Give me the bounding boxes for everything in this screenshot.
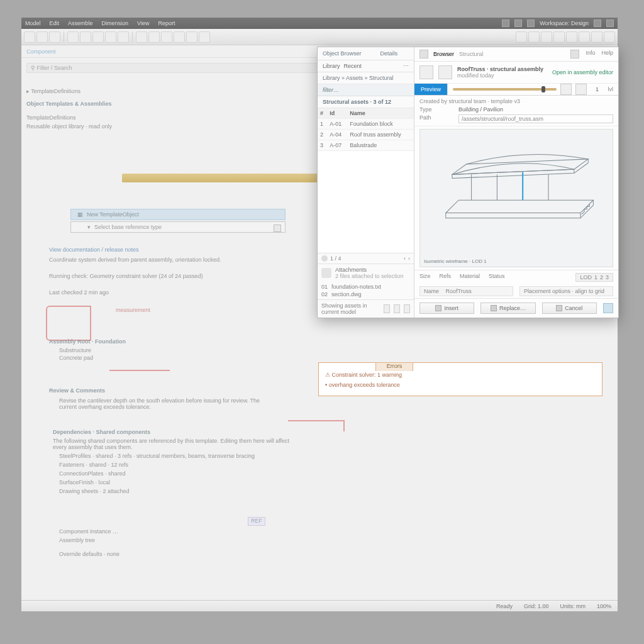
right-help-link[interactable]: Help	[601, 50, 613, 58]
ribbon-component[interactable]: Component	[26, 48, 56, 55]
attachment-row[interactable]: 02 section.dwg	[321, 291, 410, 298]
tool-open-icon[interactable]	[36, 31, 48, 43]
seg-1[interactable]: 1	[594, 274, 597, 280]
lod-slider[interactable]	[453, 88, 556, 91]
left-tab-recent[interactable]: Recent	[344, 63, 362, 69]
cell-v: RoofTruss	[446, 288, 472, 294]
tool-select-icon[interactable]	[136, 31, 147, 43]
tool-paste-icon[interactable]	[118, 31, 129, 43]
attach-id: 02	[321, 291, 328, 297]
table-row[interactable]: 2 A-04 Roof truss assembly	[318, 130, 414, 140]
btn-label: Replace…	[499, 305, 526, 311]
col-id[interactable]: Id	[327, 108, 347, 119]
dep-3[interactable]: ConnectionPlates · shared	[59, 470, 126, 477]
svg-marker-0	[446, 200, 594, 213]
doc-para1: Coordinate system derived from parent as…	[49, 257, 221, 263]
bot-1[interactable]: Component instance …	[59, 528, 118, 535]
tool-more-icon[interactable]	[604, 31, 615, 43]
cell: Foundation block	[347, 119, 414, 130]
pager-next-icon[interactable]: ›	[408, 255, 410, 262]
tool-cut-icon[interactable]	[92, 31, 104, 43]
tool-rotate-icon[interactable]	[161, 31, 172, 43]
pager-prev-icon[interactable]: ‹	[404, 255, 406, 262]
dep-2[interactable]: Fasteners · shared · 12 refs	[59, 462, 128, 468]
meta-path-input[interactable]	[458, 114, 613, 123]
doc-groupA-2[interactable]: Concrete pad	[59, 355, 93, 361]
object-name: RoofTruss · structural assembly	[457, 66, 543, 72]
col-name[interactable]: Name	[347, 108, 414, 119]
doc-docs-link[interactable]: View documentation / release notes	[49, 247, 138, 253]
bot-3[interactable]: Override defaults · none	[59, 551, 119, 557]
selected-template-row[interactable]: ▦ New TemplateObject	[70, 209, 286, 220]
tool-move-icon[interactable]	[148, 31, 160, 43]
table-row[interactable]: 3 A-07 Balustrade	[318, 140, 414, 151]
seg-3[interactable]: 3	[606, 274, 609, 280]
bot-2[interactable]: Assembly tree	[59, 537, 95, 543]
attachment-row[interactable]: 01 foundation-notes.txt	[321, 283, 410, 291]
right-crumb: Structural	[459, 51, 484, 57]
table-row[interactable]: 1 A-01 Foundation block	[318, 119, 414, 130]
console-tab-errors[interactable]: Errors	[375, 362, 413, 371]
tool-snap-icon[interactable]	[528, 31, 540, 43]
dep-5[interactable]: Drawing sheets · 2 attached	[59, 488, 130, 494]
tool-measure-icon[interactable]	[186, 31, 197, 43]
menu-assemble[interactable]: Assemble	[68, 20, 93, 26]
insert-button[interactable]: Insert	[419, 303, 474, 314]
cell: A-01	[327, 119, 347, 130]
tool-copy-icon[interactable]	[105, 31, 116, 43]
highlight-box	[46, 306, 91, 341]
left-tab-library[interactable]: Library	[323, 63, 340, 69]
tool-print-icon[interactable]	[591, 31, 602, 43]
toolbar-sep	[64, 31, 64, 43]
slider-dec-icon[interactable]	[560, 84, 572, 95]
left-tab-menu-icon[interactable]: ⋯	[403, 63, 409, 69]
resize-handle-icon[interactable]	[603, 303, 613, 313]
tool-redo-icon[interactable]	[80, 31, 91, 43]
dialog-tab-details[interactable]: Details	[380, 50, 398, 57]
template-type-input[interactable]: ▾ Select base reference type	[70, 221, 286, 233]
left-filter-input[interactable]: filter…	[318, 84, 414, 96]
tool-new-icon[interactable]	[24, 31, 35, 43]
tool-section-icon[interactable]	[199, 31, 210, 43]
preview-3d[interactable]: Isometric wireframe · LOD 1	[419, 129, 613, 267]
user-icon[interactable]	[502, 19, 509, 27]
col-num[interactable]: #	[318, 108, 327, 119]
settings-icon[interactable]	[514, 19, 522, 27]
doc-groupA-1[interactable]: Substructure	[59, 347, 91, 353]
lod-segment[interactable]: LOD 1 2 3	[575, 273, 613, 282]
tool-export-icon[interactable]	[579, 31, 590, 43]
placement-options[interactable]: Placement options · align to grid	[519, 286, 613, 296]
right-info-link[interactable]: Info	[586, 50, 595, 58]
left-foot-btn-3[interactable]	[404, 304, 410, 313]
minimize-icon[interactable]	[594, 19, 601, 27]
maximize-icon[interactable]	[606, 19, 614, 27]
menu-report[interactable]: Report	[158, 20, 175, 26]
menu-model[interactable]: Model	[25, 20, 41, 26]
menu-edit[interactable]: Edit	[50, 20, 60, 26]
seg-2[interactable]: 2	[600, 274, 603, 280]
open-in-editor-link[interactable]: Open in assembly editor	[552, 69, 613, 75]
tab-preview[interactable]: Preview	[414, 84, 448, 95]
template-icon: ▦	[77, 211, 83, 218]
slider-inc-icon[interactable]	[575, 84, 587, 95]
left-breadcrumb[interactable]: Library » Assets » Structural	[318, 72, 414, 84]
help-icon[interactable]	[527, 19, 535, 27]
tool-save-icon[interactable]	[49, 31, 60, 43]
tool-scale-icon[interactable]	[174, 31, 185, 43]
cancel-button[interactable]: Cancel	[542, 303, 597, 314]
left-foot-btn-1[interactable]	[384, 304, 390, 313]
tool-view3d-icon[interactable]	[553, 31, 565, 43]
dep-1[interactable]: SteelProfiles · shared · 3 refs · struct…	[59, 453, 255, 459]
menu-dimension[interactable]: Dimension	[102, 20, 129, 26]
dep-4[interactable]: SurfaceFinish · local	[59, 479, 110, 486]
replace-button[interactable]: Replace…	[480, 303, 535, 314]
tool-render-icon[interactable]	[566, 31, 577, 43]
panel-settings-icon[interactable]	[570, 50, 579, 58]
menu-view[interactable]: View	[137, 20, 149, 26]
tool-layers-icon[interactable]	[541, 31, 552, 43]
status-zoom[interactable]: 100%	[597, 603, 611, 609]
left-foot-btn-2[interactable]	[394, 304, 400, 313]
tool-undo-icon[interactable]	[67, 31, 79, 43]
tool-grid-icon[interactable]	[516, 31, 527, 43]
doc-heading: Object Templates & Assemblies	[26, 101, 112, 107]
